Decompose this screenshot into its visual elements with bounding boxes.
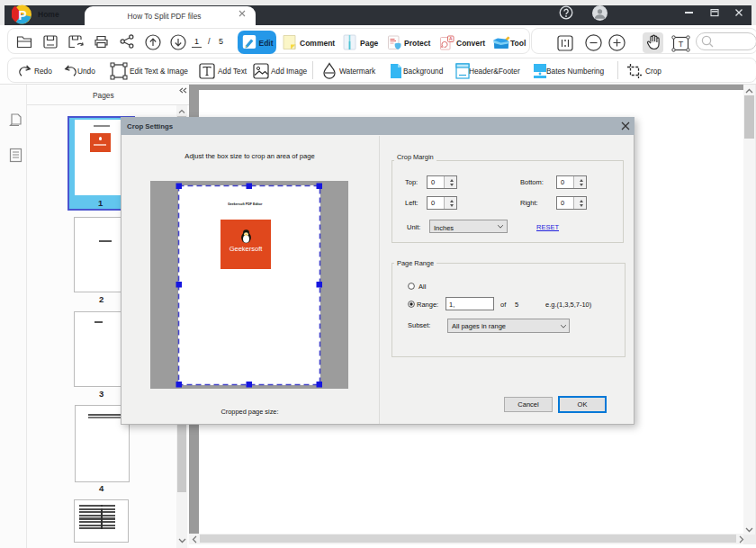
svg-text:P: P [18, 8, 26, 22]
svg-text:A: A [449, 36, 453, 41]
svg-text:T: T [679, 40, 684, 49]
